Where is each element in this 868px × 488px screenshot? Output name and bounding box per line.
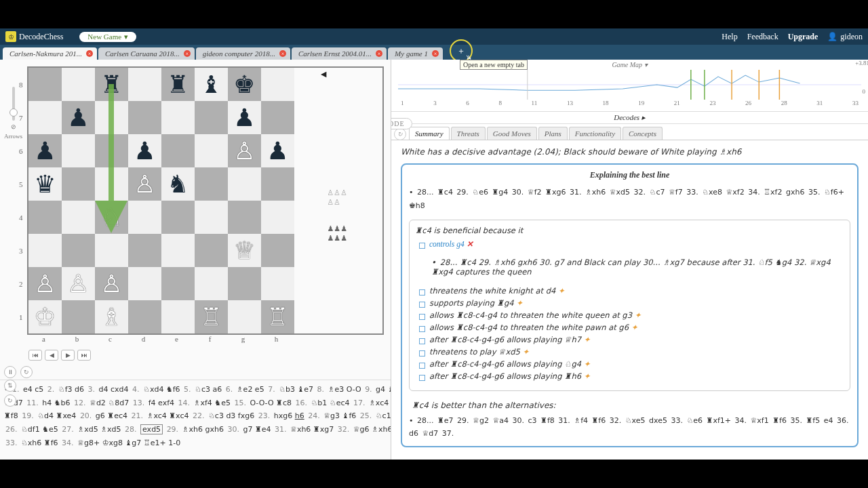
analysis-tabs: ↻ Summary Threats Good Moves Plans Funct… [391,124,868,140]
tab-good-moves[interactable]: Good Moves [487,127,537,140]
close-icon[interactable]: × [279,50,286,57]
pause-button[interactable]: ⏸ [4,366,16,378]
tab-threats[interactable]: Threats [451,127,486,140]
game-tab[interactable]: Carlsen-Nakmura 201...× [3,47,97,60]
chess-board[interactable]: ♜♜♝♚♟♟♟♟♙♟♛♙♞♘♕♙♙♙♔♗♖♖ [27,66,384,335]
app-root: ♔ DecodeChess New Game▾ Help Feedback Up… [0,28,868,460]
upgrade-link[interactable]: Upgrade [788,32,818,42]
nav-first-button[interactable]: ⏮ [28,350,42,361]
file-labels: abcdefgh [27,335,384,343]
alt-line-moves[interactable]: • 28... ♜e7 29. ♕g2 ♕a4 30. c3 ♜f8 31. ♗… [409,414,850,441]
game-tab[interactable]: Carlsen Ernst 2004.01...× [292,47,387,60]
loop-button[interactable]: ↻ [20,366,33,378]
game-tab[interactable]: gideon computer 2018...× [196,47,290,60]
game-tab[interactable]: Carlsen Caruana 2018...× [98,47,195,60]
feedback-link[interactable]: Feedback [747,32,778,42]
game-tab[interactable]: My game 1× [388,47,443,60]
decode-badge[interactable]: DECODE [391,118,412,129]
swap-button[interactable]: ⇅ [4,380,16,392]
flip-button[interactable]: ↻ [4,394,16,407]
close-icon[interactable]: × [184,50,191,57]
crown-icon: ♔ [5,31,16,42]
tab-functionality[interactable]: Functionality [569,127,621,140]
close-icon[interactable]: × [432,50,439,57]
board-nav: ⏮ ◀ ▶ ⏭ [28,350,391,361]
game-tabbar: Carlsen-Nakmura 201...× Carlsen Caruana … [0,45,868,60]
topbar: ♔ DecodeChess New Game▾ Help Feedback Up… [0,28,868,45]
refresh-icon[interactable]: ↻ [394,128,406,140]
tooltip: Open a new empty tab [460,60,528,70]
tab-summary[interactable]: Summary [409,127,450,140]
user-icon: 👤 [827,32,837,42]
tab-concepts[interactable]: Concepts [623,127,663,140]
nav-prev-button[interactable]: ◀ [45,350,58,361]
right-panel: DECODE Game Map ▾ +3.81 0 1368 [391,60,868,460]
decodes-toggle[interactable]: Decodes ▸ [391,112,868,124]
chevron-down-icon: ▾ [124,33,128,41]
user-menu[interactable]: 👤 gideon [827,32,863,42]
nav-next-button[interactable]: ▶ [61,350,75,361]
eval-summary: White has a decisive advantage (2.04); B… [401,147,859,157]
explain-best-line: Explaining the best line • 28... ♜c4 29.… [401,163,859,447]
move-list[interactable]: • 1. e4 c5 2. ♘f3 d6 3. d4 cxd4 4. ♘xd4 … [0,380,391,452]
new-game-button[interactable]: New Game▾ [79,32,136,42]
analysis-content: White has a decisive advantage (2.04); B… [391,140,868,460]
add-tab-button[interactable]: ＋🖱 [450,39,473,62]
close-icon[interactable]: × [376,50,382,57]
logo: ♔ DecodeChess [5,31,63,42]
best-line-moves[interactable]: • 28... ♜c4 29. ♘e6 ♜g4 30. ♕f2 ♜xg6 31.… [409,186,850,213]
close-icon[interactable]: × [86,50,93,57]
nav-last-button[interactable]: ⏭ [77,350,91,361]
left-panel: ⊘ Arrows 87654321 ◄ ♙♙♙ ♙♙ ♟♟♟ ♟♟♟ ♜♜♝♚♟… [0,60,391,460]
tab-plans[interactable]: Plans [538,127,568,140]
rank-labels: 87654321 [19,68,23,333]
help-link[interactable]: Help [722,32,737,42]
